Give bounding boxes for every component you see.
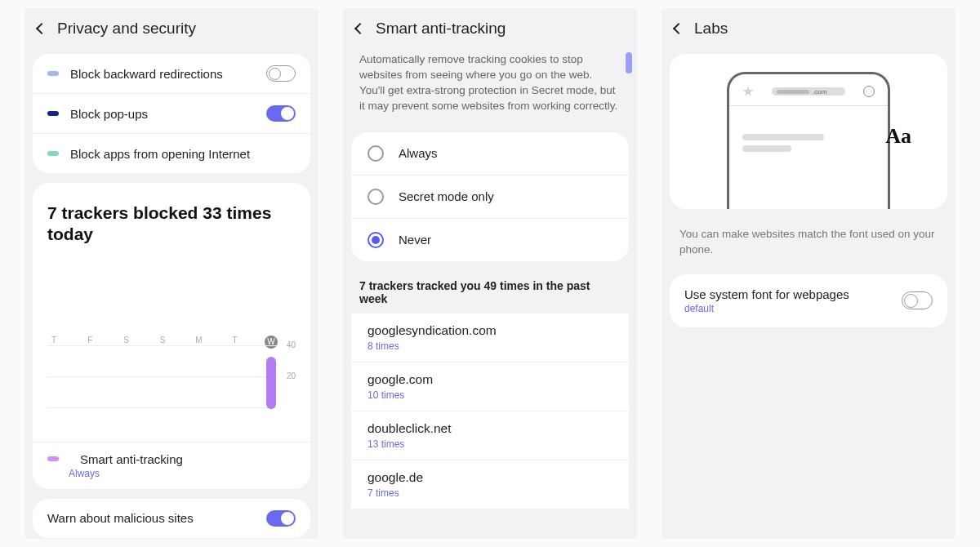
row-label: Block apps from opening Internet xyxy=(70,147,296,161)
row-block-popups[interactable]: Block pop-ups xyxy=(33,94,310,134)
refresh-icon xyxy=(863,86,875,97)
week-summary-header: 7 trackers tracked you 49 times in the p… xyxy=(343,266,637,314)
star-icon xyxy=(742,86,754,97)
radio-icon[interactable] xyxy=(368,189,384,205)
bullet-icon xyxy=(47,456,59,461)
font-sample-icon: Aa xyxy=(885,124,911,149)
blocking-settings-card: Block backward redirections Block pop-up… xyxy=(33,54,310,173)
privacy-security-screen: Privacy and security Block backward redi… xyxy=(24,8,318,539)
row-value: Always xyxy=(69,468,296,479)
tracker-item[interactable]: google.de 7 times xyxy=(351,460,629,509)
option-never[interactable]: Never xyxy=(351,219,629,261)
toggle-block-backward[interactable] xyxy=(266,65,296,82)
option-label: Always xyxy=(399,146,612,160)
header: Labs xyxy=(662,8,956,49)
x-label: F xyxy=(83,336,96,349)
stats-title: 7 trackers blocked 33 times today xyxy=(33,183,310,260)
tracker-item[interactable]: doubleclick.net 13 times xyxy=(351,411,629,460)
radio-icon[interactable] xyxy=(368,145,384,162)
warn-malicious-card: Warn about malicious sites xyxy=(33,499,310,538)
toggle-system-font[interactable] xyxy=(902,291,933,309)
header: Privacy and security xyxy=(24,8,318,49)
row-label: Smart anti-tracking xyxy=(80,452,183,466)
tracker-count: 7 times xyxy=(368,487,612,499)
header: Smart anti-tracking xyxy=(343,8,637,49)
url-suffix: .com xyxy=(813,88,826,96)
labs-description: You can make websites match the font use… xyxy=(662,214,956,271)
x-label: M xyxy=(192,336,205,349)
page-title: Labs xyxy=(694,20,728,38)
labs-screen: Labs .com Aa You can make websites match… xyxy=(662,8,956,539)
bullet-icon xyxy=(47,71,59,76)
back-icon[interactable] xyxy=(673,23,684,34)
row-label: Block pop-ups xyxy=(70,107,266,121)
toggle-block-popups[interactable] xyxy=(266,105,296,122)
y-tick: 40 xyxy=(287,340,296,349)
x-label: T xyxy=(47,336,60,349)
option-always[interactable]: Always xyxy=(351,132,629,176)
bullet-icon xyxy=(47,111,59,116)
system-font-toggle-row[interactable]: Use system font for webpages default xyxy=(670,274,947,327)
back-icon[interactable] xyxy=(36,23,47,34)
tracker-count: 13 times xyxy=(368,438,612,450)
scrollbar-thumb[interactable] xyxy=(626,52,632,73)
radio-icon-checked[interactable] xyxy=(368,232,384,248)
toggle-warn-malicious[interactable] xyxy=(266,510,296,527)
tracker-count: 8 times xyxy=(368,340,612,352)
row-block-backward[interactable]: Block backward redirections xyxy=(33,54,310,94)
tracker-domain: googlesyndication.com xyxy=(368,323,612,338)
x-label: S xyxy=(156,336,169,349)
tracker-domain: doubleclick.net xyxy=(368,421,612,436)
option-label: Secret mode only xyxy=(399,189,612,203)
back-icon[interactable] xyxy=(354,23,366,34)
trackers-stats-card: 7 trackers blocked 33 times today 40 20 … xyxy=(33,183,310,489)
row-block-apps[interactable]: Block apps from opening Internet xyxy=(33,134,310,173)
illustration-card: .com Aa xyxy=(670,54,947,209)
smart-anti-tracking-row[interactable]: Smart anti-tracking Always xyxy=(33,442,310,489)
row-label: Block backward redirections xyxy=(70,67,266,81)
toggle-sublabel: default xyxy=(684,303,902,314)
tracker-list: googlesyndication.com 8 times google.com… xyxy=(351,314,629,509)
mock-phone-illustration: .com xyxy=(727,72,890,209)
chart-bar xyxy=(266,357,276,409)
tracker-item[interactable]: googlesyndication.com 8 times xyxy=(351,314,629,362)
toggle-label: Use system font for webpages xyxy=(684,287,902,301)
x-axis: T F S S M T W xyxy=(47,336,296,349)
row-label: Warn about malicious sites xyxy=(47,511,266,525)
tracker-item[interactable]: google.com 10 times xyxy=(351,362,629,411)
option-label: Never xyxy=(399,233,612,247)
page-title: Privacy and security xyxy=(57,20,196,38)
page-title: Smart anti-tracking xyxy=(376,20,506,38)
row-warn-malicious[interactable]: Warn about malicious sites xyxy=(33,499,310,538)
feature-description: Automatically remove tracking cookies to… xyxy=(343,49,637,127)
tracker-domain: google.com xyxy=(368,372,612,387)
tracker-bar-chart: 40 20 T F S S M T W xyxy=(47,336,296,434)
y-tick: 20 xyxy=(287,371,296,380)
smart-anti-tracking-screen: Smart anti-tracking Automatically remove… xyxy=(343,8,637,539)
x-label: S xyxy=(120,336,133,349)
mock-url-bar: .com xyxy=(772,87,845,96)
option-secret-mode[interactable]: Secret mode only xyxy=(351,176,629,219)
x-label: T xyxy=(229,336,242,349)
bullet-icon xyxy=(47,151,59,156)
tracker-count: 10 times xyxy=(368,389,612,401)
tracker-domain: google.de xyxy=(368,470,612,485)
x-label-active: W xyxy=(265,336,278,349)
tracking-mode-options: Always Secret mode only Never xyxy=(351,132,629,261)
